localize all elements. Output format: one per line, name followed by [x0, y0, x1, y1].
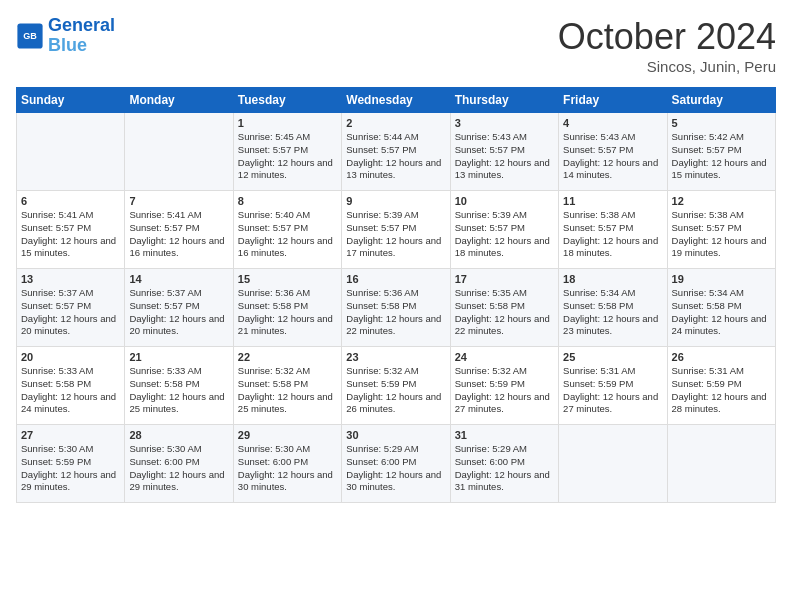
day-number: 27 [21, 429, 120, 441]
day-info: Sunrise: 5:38 AM Sunset: 5:57 PM Dayligh… [563, 209, 662, 260]
weekday-header: Tuesday [233, 88, 341, 113]
day-info: Sunrise: 5:40 AM Sunset: 5:57 PM Dayligh… [238, 209, 337, 260]
month-title: October 2024 [558, 16, 776, 58]
location-subtitle: Sincos, Junin, Peru [558, 58, 776, 75]
day-number: 4 [563, 117, 662, 129]
calendar-cell: 2Sunrise: 5:44 AM Sunset: 5:57 PM Daylig… [342, 113, 450, 191]
day-info: Sunrise: 5:31 AM Sunset: 5:59 PM Dayligh… [563, 365, 662, 416]
day-info: Sunrise: 5:30 AM Sunset: 5:59 PM Dayligh… [21, 443, 120, 494]
day-number: 8 [238, 195, 337, 207]
calendar-week-row: 6Sunrise: 5:41 AM Sunset: 5:57 PM Daylig… [17, 191, 776, 269]
day-number: 29 [238, 429, 337, 441]
calendar-cell: 4Sunrise: 5:43 AM Sunset: 5:57 PM Daylig… [559, 113, 667, 191]
calendar-cell: 1Sunrise: 5:45 AM Sunset: 5:57 PM Daylig… [233, 113, 341, 191]
day-info: Sunrise: 5:41 AM Sunset: 5:57 PM Dayligh… [21, 209, 120, 260]
day-number: 3 [455, 117, 554, 129]
weekday-header: Monday [125, 88, 233, 113]
day-number: 31 [455, 429, 554, 441]
calendar-cell [559, 425, 667, 503]
weekday-header: Friday [559, 88, 667, 113]
calendar-cell: 15Sunrise: 5:36 AM Sunset: 5:58 PM Dayli… [233, 269, 341, 347]
calendar-cell: 10Sunrise: 5:39 AM Sunset: 5:57 PM Dayli… [450, 191, 558, 269]
calendar-table: SundayMondayTuesdayWednesdayThursdayFrid… [16, 87, 776, 503]
calendar-cell: 7Sunrise: 5:41 AM Sunset: 5:57 PM Daylig… [125, 191, 233, 269]
calendar-body: 1Sunrise: 5:45 AM Sunset: 5:57 PM Daylig… [17, 113, 776, 503]
day-number: 5 [672, 117, 771, 129]
day-number: 23 [346, 351, 445, 363]
day-number: 6 [21, 195, 120, 207]
day-number: 22 [238, 351, 337, 363]
day-info: Sunrise: 5:35 AM Sunset: 5:58 PM Dayligh… [455, 287, 554, 338]
day-number: 1 [238, 117, 337, 129]
day-info: Sunrise: 5:39 AM Sunset: 5:57 PM Dayligh… [346, 209, 445, 260]
calendar-cell: 5Sunrise: 5:42 AM Sunset: 5:57 PM Daylig… [667, 113, 775, 191]
day-number: 20 [21, 351, 120, 363]
day-number: 24 [455, 351, 554, 363]
day-info: Sunrise: 5:34 AM Sunset: 5:58 PM Dayligh… [563, 287, 662, 338]
calendar-cell: 31Sunrise: 5:29 AM Sunset: 6:00 PM Dayli… [450, 425, 558, 503]
day-info: Sunrise: 5:43 AM Sunset: 5:57 PM Dayligh… [455, 131, 554, 182]
calendar-cell: 21Sunrise: 5:33 AM Sunset: 5:58 PM Dayli… [125, 347, 233, 425]
calendar-cell: 29Sunrise: 5:30 AM Sunset: 6:00 PM Dayli… [233, 425, 341, 503]
day-number: 14 [129, 273, 228, 285]
calendar-cell: 8Sunrise: 5:40 AM Sunset: 5:57 PM Daylig… [233, 191, 341, 269]
day-number: 17 [455, 273, 554, 285]
calendar-week-row: 20Sunrise: 5:33 AM Sunset: 5:58 PM Dayli… [17, 347, 776, 425]
day-number: 18 [563, 273, 662, 285]
calendar-cell: 13Sunrise: 5:37 AM Sunset: 5:57 PM Dayli… [17, 269, 125, 347]
calendar-cell: 3Sunrise: 5:43 AM Sunset: 5:57 PM Daylig… [450, 113, 558, 191]
day-info: Sunrise: 5:37 AM Sunset: 5:57 PM Dayligh… [21, 287, 120, 338]
day-info: Sunrise: 5:32 AM Sunset: 5:58 PM Dayligh… [238, 365, 337, 416]
day-info: Sunrise: 5:43 AM Sunset: 5:57 PM Dayligh… [563, 131, 662, 182]
svg-text:GB: GB [23, 31, 37, 41]
weekday-header: Thursday [450, 88, 558, 113]
day-info: Sunrise: 5:36 AM Sunset: 5:58 PM Dayligh… [346, 287, 445, 338]
day-info: Sunrise: 5:32 AM Sunset: 5:59 PM Dayligh… [346, 365, 445, 416]
calendar-cell: 16Sunrise: 5:36 AM Sunset: 5:58 PM Dayli… [342, 269, 450, 347]
day-info: Sunrise: 5:30 AM Sunset: 6:00 PM Dayligh… [129, 443, 228, 494]
weekday-header: Sunday [17, 88, 125, 113]
day-info: Sunrise: 5:44 AM Sunset: 5:57 PM Dayligh… [346, 131, 445, 182]
weekday-header: Saturday [667, 88, 775, 113]
day-info: Sunrise: 5:29 AM Sunset: 6:00 PM Dayligh… [346, 443, 445, 494]
calendar-cell: 20Sunrise: 5:33 AM Sunset: 5:58 PM Dayli… [17, 347, 125, 425]
logo-text: GeneralBlue [48, 16, 115, 56]
day-info: Sunrise: 5:37 AM Sunset: 5:57 PM Dayligh… [129, 287, 228, 338]
day-number: 13 [21, 273, 120, 285]
calendar-week-row: 27Sunrise: 5:30 AM Sunset: 5:59 PM Dayli… [17, 425, 776, 503]
calendar-cell: 17Sunrise: 5:35 AM Sunset: 5:58 PM Dayli… [450, 269, 558, 347]
calendar-cell: 28Sunrise: 5:30 AM Sunset: 6:00 PM Dayli… [125, 425, 233, 503]
day-info: Sunrise: 5:33 AM Sunset: 5:58 PM Dayligh… [21, 365, 120, 416]
day-info: Sunrise: 5:31 AM Sunset: 5:59 PM Dayligh… [672, 365, 771, 416]
day-number: 2 [346, 117, 445, 129]
calendar-cell [17, 113, 125, 191]
day-info: Sunrise: 5:33 AM Sunset: 5:58 PM Dayligh… [129, 365, 228, 416]
day-number: 15 [238, 273, 337, 285]
day-number: 12 [672, 195, 771, 207]
calendar-cell: 18Sunrise: 5:34 AM Sunset: 5:58 PM Dayli… [559, 269, 667, 347]
day-number: 16 [346, 273, 445, 285]
day-number: 9 [346, 195, 445, 207]
day-info: Sunrise: 5:34 AM Sunset: 5:58 PM Dayligh… [672, 287, 771, 338]
calendar-cell: 12Sunrise: 5:38 AM Sunset: 5:57 PM Dayli… [667, 191, 775, 269]
calendar-header-row: SundayMondayTuesdayWednesdayThursdayFrid… [17, 88, 776, 113]
day-number: 7 [129, 195, 228, 207]
day-number: 26 [672, 351, 771, 363]
day-number: 11 [563, 195, 662, 207]
calendar-cell [125, 113, 233, 191]
calendar-cell: 19Sunrise: 5:34 AM Sunset: 5:58 PM Dayli… [667, 269, 775, 347]
day-number: 19 [672, 273, 771, 285]
calendar-week-row: 13Sunrise: 5:37 AM Sunset: 5:57 PM Dayli… [17, 269, 776, 347]
title-block: October 2024 Sincos, Junin, Peru [558, 16, 776, 75]
day-info: Sunrise: 5:32 AM Sunset: 5:59 PM Dayligh… [455, 365, 554, 416]
day-number: 21 [129, 351, 228, 363]
day-number: 30 [346, 429, 445, 441]
day-number: 28 [129, 429, 228, 441]
day-info: Sunrise: 5:41 AM Sunset: 5:57 PM Dayligh… [129, 209, 228, 260]
logo-icon: GB [16, 22, 44, 50]
weekday-header: Wednesday [342, 88, 450, 113]
logo: GB GeneralBlue [16, 16, 115, 56]
calendar-cell: 11Sunrise: 5:38 AM Sunset: 5:57 PM Dayli… [559, 191, 667, 269]
calendar-cell: 30Sunrise: 5:29 AM Sunset: 6:00 PM Dayli… [342, 425, 450, 503]
calendar-week-row: 1Sunrise: 5:45 AM Sunset: 5:57 PM Daylig… [17, 113, 776, 191]
